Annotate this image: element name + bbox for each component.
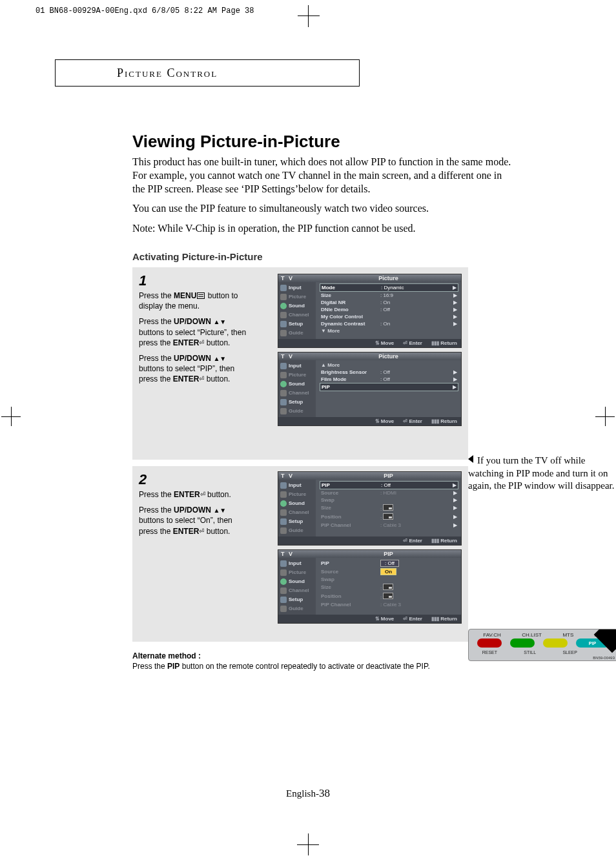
crop-mark-bottom bbox=[298, 835, 318, 854]
section-header-bar: Picture Control bbox=[55, 59, 360, 87]
step-2-text: Press the ENTER⏎ button. Press the UP/DO… bbox=[139, 489, 252, 536]
step-2-box: 2 Press the ENTER⏎ button. Press the UP/… bbox=[132, 466, 468, 642]
alternate-method-heading: Alternate method : bbox=[132, 651, 455, 661]
enter-icon: ⏎ bbox=[199, 527, 204, 536]
crop-mark-right bbox=[595, 407, 615, 426]
osd-picture-menu-1: T V Picture Input Picture Sound Channel … bbox=[278, 274, 462, 348]
osd-tv-label: T V bbox=[281, 275, 318, 281]
more-down-icon: ▼ More bbox=[321, 328, 340, 334]
osd-pip-menu-2: T VPIP Input Picture Sound Channel Setup… bbox=[278, 549, 462, 624]
side-note: If you turn the TV off while watching in… bbox=[468, 455, 616, 493]
page-content: Picture Control Viewing Picture-in-Pictu… bbox=[55, 59, 571, 671]
on-highlight: On bbox=[380, 568, 396, 575]
position-box-icon bbox=[383, 593, 393, 599]
remote-label-favch: FAV.CH bbox=[483, 632, 501, 638]
osd-pip-menu-1: T VPIP Input Picture Sound Channel Setup… bbox=[278, 471, 462, 546]
menu-icon bbox=[197, 292, 205, 299]
crop-mark-top bbox=[299, 6, 317, 25]
guide-icon bbox=[280, 330, 287, 336]
page-metadata-line: 01 BN68-00929A-00Eng.qxd 6/8/05 8:22 AM … bbox=[36, 6, 254, 15]
more-up-icon: ▲ More bbox=[321, 362, 340, 368]
intro-p3: Note: While V-Chip is in operation, the … bbox=[132, 222, 513, 236]
remote-label-mts: MTS bbox=[562, 632, 573, 638]
position-box-icon bbox=[383, 513, 393, 520]
osd-title: Picture bbox=[318, 275, 458, 281]
page-footer: English-38 bbox=[0, 787, 616, 800]
updown-icon: ▲▼ bbox=[213, 318, 226, 325]
updown-icon: ▲▼ bbox=[213, 355, 226, 362]
step-1-text: Press the MENU button to display the men… bbox=[139, 291, 252, 385]
remote-yellow-button bbox=[543, 638, 568, 648]
page-number: 38 bbox=[319, 787, 330, 799]
crop-mark-left bbox=[1, 407, 21, 426]
remote-label-chlist: CH.LIST bbox=[522, 632, 542, 638]
setup-icon bbox=[280, 321, 287, 327]
enter-icon: ⏎ bbox=[199, 338, 204, 347]
sound-icon bbox=[280, 303, 287, 309]
alternate-method-box: Alternate method : Press the PIP button … bbox=[132, 648, 455, 671]
size-box-icon bbox=[383, 584, 393, 590]
osd-screens-step2: T VPIP Input Picture Sound Channel Setup… bbox=[278, 471, 462, 624]
right-arrow-icon: ▶ bbox=[453, 285, 457, 291]
step-1-box: 1 Press the MENU button to display the m… bbox=[132, 267, 468, 460]
remote-control-illustration: FAV.CH CH.LIST MTS PIP PIP RESET STILL S… bbox=[468, 629, 616, 661]
updown-icon: ▲▼ bbox=[213, 507, 226, 514]
osd-sidebar: Input Picture Sound Channel Setup Guide bbox=[278, 282, 316, 339]
left-triangle-icon bbox=[468, 455, 473, 463]
picture-icon bbox=[280, 294, 287, 300]
osd-screens-step1: T V Picture Input Picture Sound Channel … bbox=[278, 274, 462, 426]
intro-p2: You can use the PIP feature to simultane… bbox=[132, 202, 513, 216]
remote-green-button bbox=[510, 638, 535, 648]
channel-icon bbox=[280, 312, 287, 318]
intro-p1: This product has one built-in tuner, whi… bbox=[132, 156, 513, 196]
input-icon bbox=[280, 285, 287, 291]
subheading: Activating Picture-in-Picture bbox=[132, 251, 571, 262]
enter-icon: ⏎ bbox=[200, 490, 205, 499]
intro-text: This product has one built-in tuner, whi… bbox=[132, 156, 513, 236]
remote-model-number: BN59-00493 bbox=[593, 656, 615, 660]
remote-red-button bbox=[477, 638, 502, 648]
size-box-icon bbox=[383, 504, 393, 511]
section-header-text: Picture Control bbox=[117, 66, 218, 80]
enter-icon: ⏎ bbox=[199, 374, 204, 383]
osd-picture-menu-2: T V Picture Input Picture Sound Channel … bbox=[278, 352, 462, 426]
page-title: Viewing Picture-in-Picture bbox=[132, 132, 571, 152]
